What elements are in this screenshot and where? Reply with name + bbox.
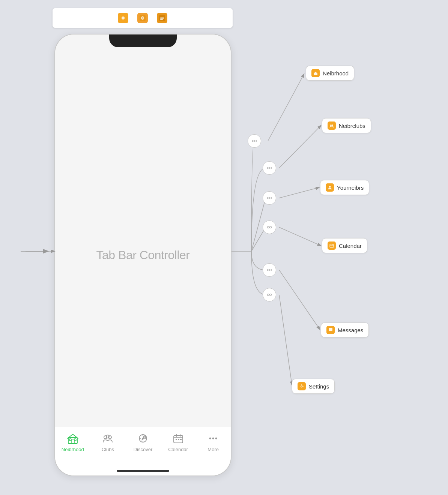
svg-line-37 [268, 74, 304, 141]
svg-rect-8 [160, 19, 163, 20]
svg-point-54 [268, 226, 269, 228]
svg-point-45 [253, 140, 254, 142]
tab-discover[interactable]: Discover [125, 432, 161, 452]
svg-point-51 [268, 197, 269, 199]
dest-yourneibrs[interactable]: Yourneibrs [320, 180, 369, 195]
tab-neibrhood[interactable]: Neibrhood [55, 432, 90, 452]
dest-calendar[interactable]: Calendar [322, 238, 367, 253]
svg-rect-29 [180, 439, 182, 440]
svg-point-48 [268, 167, 269, 169]
dest-neibrclubs-label: Neibrclubs [339, 123, 365, 129]
toolbar-icon-3[interactable] [157, 13, 167, 23]
svg-line-41 [279, 270, 320, 329]
tab-calendar[interactable]: Calendar [161, 432, 196, 452]
tab-calendar-label: Calendar [168, 447, 188, 452]
svg-point-31 [212, 438, 214, 440]
toolbar-icon-2[interactable] [137, 13, 148, 23]
tab-more[interactable]: More [195, 432, 231, 452]
svg-point-30 [209, 438, 211, 440]
svg-rect-11 [69, 439, 71, 441]
dest-yourneibrs-label: Yourneibrs [337, 184, 364, 191]
dest-calendar-icon [328, 242, 336, 250]
svg-point-58 [270, 269, 272, 271]
svg-point-32 [215, 438, 217, 440]
svg-line-40 [279, 227, 321, 246]
toolbar-icon-1[interactable] [118, 13, 128, 23]
svg-point-55 [270, 226, 272, 228]
dest-neibrhood-icon [311, 69, 320, 77]
svg-point-57 [268, 269, 269, 271]
dest-settings-label: Settings [309, 383, 329, 390]
svg-line-39 [279, 188, 319, 198]
tab-discover-label: Discover [134, 447, 153, 452]
dest-yourneibrs-icon [326, 183, 334, 192]
svg-point-46 [255, 140, 257, 142]
tab-neibrhood-label: Neibrhood [62, 447, 84, 452]
neibrhood-icon [66, 432, 80, 445]
svg-point-61 [270, 294, 272, 296]
svg-point-60 [268, 294, 269, 296]
dest-settings[interactable]: Settings [292, 379, 335, 394]
discover-icon [136, 432, 150, 445]
dest-calendar-label: Calendar [339, 243, 362, 249]
dest-messages[interactable]: Messages [321, 322, 369, 338]
node-2 [263, 161, 276, 175]
svg-line-38 [279, 126, 321, 168]
dest-neibrclubs[interactable]: Neibrclubs [322, 118, 371, 133]
more-icon [206, 432, 220, 445]
node-6 [263, 288, 276, 302]
calendar-icon-tab [171, 432, 185, 445]
svg-marker-44 [43, 249, 49, 254]
svg-rect-7 [160, 18, 164, 19]
svg-point-4 [142, 18, 143, 19]
screen-label: Tab Bar Controller [96, 248, 190, 262]
dest-messages-icon [326, 326, 335, 334]
svg-point-49 [270, 167, 272, 169]
notch [109, 34, 177, 47]
svg-point-52 [270, 197, 272, 199]
svg-rect-6 [160, 17, 164, 18]
node-1 [248, 134, 261, 148]
svg-rect-27 [176, 439, 177, 440]
node-3 [263, 191, 276, 205]
node-4 [263, 220, 276, 234]
dest-neibrhood-label: Neibrhood [323, 70, 349, 76]
toolbar [53, 8, 233, 28]
dest-messages-label: Messages [338, 327, 363, 333]
node-5 [263, 263, 276, 277]
dest-settings-icon [298, 382, 306, 390]
tab-clubs[interactable]: Clubs [90, 432, 126, 452]
svg-rect-28 [178, 439, 179, 440]
entry-arrow [21, 247, 51, 256]
phone-frame: Tab Bar Controller Neibrhood [54, 34, 232, 476]
svg-line-42 [279, 295, 292, 385]
svg-point-66 [332, 124, 333, 126]
dest-neibrclubs-icon [328, 122, 336, 130]
svg-rect-12 [74, 439, 76, 441]
phone-content: Tab Bar Controller [55, 34, 231, 476]
dest-neibrhood[interactable]: Neibrhood [306, 66, 354, 81]
home-indicator [117, 470, 169, 472]
tab-bar: Neibrhood Clubs [55, 427, 231, 476]
svg-point-1 [122, 16, 125, 20]
tab-more-label: More [207, 447, 219, 452]
clubs-icon [101, 432, 114, 445]
tab-clubs-label: Clubs [102, 447, 114, 452]
svg-rect-10 [71, 440, 74, 444]
svg-point-68 [329, 186, 331, 188]
svg-point-65 [330, 124, 332, 126]
